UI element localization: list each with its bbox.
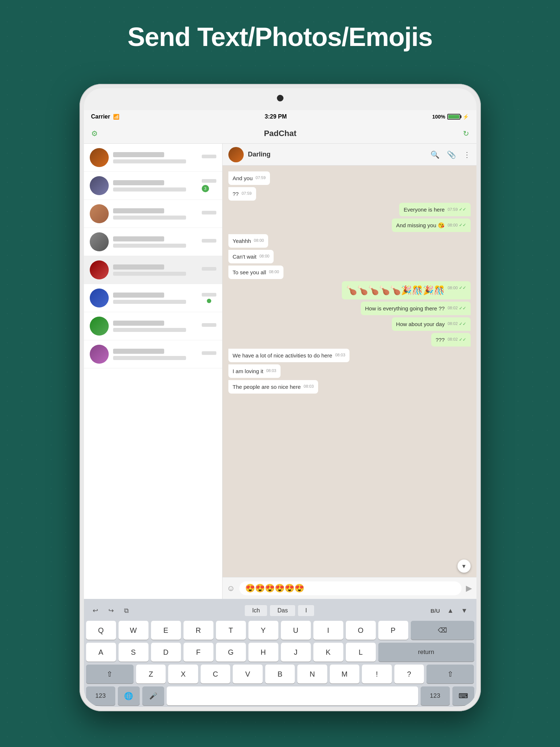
send-button[interactable]: ▶ [466, 584, 472, 593]
avatar [90, 289, 109, 307]
undo-button[interactable]: ↩ [90, 605, 100, 616]
list-item[interactable]: 3 [84, 172, 222, 200]
message-bubble: To see you all 08:00 [228, 266, 283, 279]
key-g[interactable]: G [216, 643, 246, 662]
message-row: How is everything going there ?? 08:02 ✓… [228, 302, 471, 315]
suggestion-das[interactable]: Das [270, 605, 295, 616]
message-bubble: Can't wait 08:00 [228, 250, 274, 263]
key-o[interactable]: O [346, 621, 376, 640]
key-x[interactable]: X [168, 665, 198, 684]
key-exclaim[interactable]: ! [362, 665, 391, 684]
key-space[interactable] [167, 686, 418, 705]
key-p[interactable]: P [378, 621, 408, 640]
key-z[interactable]: Z [136, 665, 166, 684]
key-delete[interactable]: ⌫ [411, 621, 474, 640]
message-bubble: And you 07:59 [228, 171, 270, 185]
page-title: Send Text/Photos/Emojis [0, 22, 560, 52]
key-k[interactable]: K [313, 643, 343, 662]
key-123-left[interactable]: 123 [86, 686, 115, 705]
arrow-down-button[interactable]: ▼ [459, 605, 470, 616]
key-e[interactable]: E [151, 621, 181, 640]
message-row: We have a lot of nice activities to do h… [228, 349, 471, 362]
bold-button[interactable]: B/U [428, 606, 442, 615]
key-a[interactable]: A [86, 643, 116, 662]
suggestion-i[interactable]: I [298, 605, 314, 616]
message-bubble: Yeahhh 08:00 [228, 234, 269, 248]
key-mic[interactable]: 🎤 [142, 686, 164, 705]
list-item[interactable] [84, 340, 222, 368]
key-y[interactable]: Y [248, 621, 278, 640]
list-item[interactable] [84, 228, 222, 256]
message-text: ?? [233, 191, 239, 197]
message-text: To see you all [233, 269, 266, 275]
ipad-camera [277, 95, 283, 101]
settings-icon[interactable]: ⚙ [91, 129, 98, 138]
suggestion-ich[interactable]: Ich [245, 605, 267, 616]
avatar [90, 204, 109, 223]
key-t[interactable]: T [216, 621, 246, 640]
avatar [90, 232, 109, 251]
key-keyboard[interactable]: ⌨ [452, 686, 474, 705]
emoji-button[interactable]: ☺ [227, 584, 235, 593]
message-bubble: And missing you 😘 08:00 ✓✓ [392, 218, 471, 232]
refresh-icon[interactable]: ↻ [463, 129, 469, 138]
message-text: I am loving it [233, 368, 263, 374]
key-l[interactable]: L [346, 643, 376, 662]
messages-container: And you 07:59 ?? 07:59 [223, 166, 476, 577]
key-n[interactable]: N [297, 665, 327, 684]
more-icon[interactable]: ⋮ [463, 150, 471, 159]
key-h[interactable]: H [248, 643, 278, 662]
attach-icon[interactable]: 📎 [447, 150, 456, 159]
ipad-frame: Carrier 📶 3:29 PM 100% ⚡ ⚙ PadChat ↻ [80, 84, 481, 711]
key-123-right[interactable]: 123 [421, 686, 450, 705]
search-icon[interactable]: 🔍 [430, 150, 440, 159]
key-v[interactable]: V [233, 665, 262, 684]
message-bubble: The people are so nice here 08:03 [228, 380, 318, 394]
scroll-down-button[interactable]: ▾ [457, 560, 471, 573]
list-item[interactable] [84, 284, 222, 312]
key-shift-right[interactable]: ⇧ [426, 665, 474, 684]
avatar [90, 148, 109, 167]
avatar [90, 260, 109, 279]
keyboard: ↩ ↪ ⧉ Ich Das I B/U ▲ ▼ [84, 599, 476, 707]
message-bubble: How about your day 08:02 ✓✓ [392, 317, 471, 331]
key-q[interactable]: Q [86, 621, 116, 640]
app-title: PadChat [264, 129, 296, 138]
key-emoji[interactable]: 🌐 [118, 686, 140, 705]
input-area: ☺ ▶ [223, 577, 476, 599]
key-m[interactable]: M [330, 665, 359, 684]
message-row: And missing you 😘 08:00 ✓✓ [228, 218, 471, 232]
message-text: And you [233, 175, 253, 181]
list-item[interactable] [84, 200, 222, 228]
key-b[interactable]: B [265, 665, 295, 684]
list-item[interactable] [84, 144, 222, 172]
chat-area: Darling 🔍 📎 ⋮ And you 07:59 [223, 144, 476, 599]
message-text: Everyone is here [403, 206, 445, 213]
message-text: We have a lot of nice activities to do h… [233, 352, 332, 359]
message-row: To see you all 08:00 [228, 266, 471, 279]
key-c[interactable]: C [201, 665, 230, 684]
key-question[interactable]: ? [394, 665, 424, 684]
list-item[interactable] [84, 256, 222, 284]
message-bubble: ??? 08:02 ✓✓ [431, 333, 471, 347]
arrow-up-button[interactable]: ▲ [445, 605, 456, 616]
key-return[interactable]: return [378, 643, 474, 662]
key-f[interactable]: F [184, 643, 213, 662]
key-s[interactable]: S [119, 643, 148, 662]
key-w[interactable]: W [119, 621, 148, 640]
redo-button[interactable]: ↪ [106, 605, 116, 616]
message-row: Can't wait 08:00 [228, 250, 471, 263]
key-j[interactable]: J [281, 643, 311, 662]
sidebar: 3 [84, 144, 223, 599]
key-d[interactable]: D [151, 643, 181, 662]
key-u[interactable]: U [281, 621, 311, 640]
copy-button[interactable]: ⧉ [122, 605, 131, 616]
message-row: Yeahhh 08:00 [228, 234, 471, 248]
message-row: I am loving it 08:03 [228, 364, 471, 378]
key-r[interactable]: R [184, 621, 213, 640]
list-item[interactable] [84, 312, 222, 340]
avatar [90, 176, 109, 195]
key-i[interactable]: I [313, 621, 343, 640]
message-input[interactable] [239, 581, 461, 595]
key-shift-left[interactable]: ⇧ [86, 665, 134, 684]
